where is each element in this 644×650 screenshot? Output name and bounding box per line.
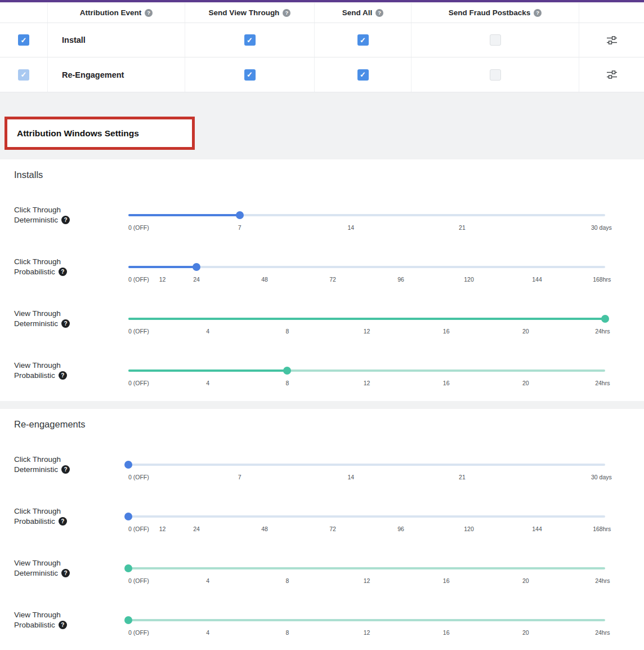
cell-send-all <box>314 23 411 57</box>
help-icon[interactable]: ? <box>61 569 70 577</box>
tick-label: 120 <box>464 276 474 283</box>
attribution-settings-page: Attribution Event ? Send View Through ? … <box>0 0 644 650</box>
slider-track[interactable] <box>128 315 605 323</box>
slider-handle[interactable] <box>283 367 291 375</box>
send-view-through-checkbox[interactable] <box>244 69 256 81</box>
slider-track[interactable] <box>128 211 605 219</box>
slider-ticks: 0 (OFF)1224487296120144168hrs <box>128 526 605 533</box>
cell-send-fraud-postbacks <box>411 57 579 92</box>
send-all-checkbox[interactable] <box>357 34 369 46</box>
tick-label: 8 <box>285 577 289 584</box>
help-icon[interactable]: ? <box>59 371 67 380</box>
send-all-checkbox[interactable] <box>357 69 369 81</box>
slider-handle[interactable] <box>124 564 132 572</box>
slider-track[interactable] <box>128 263 605 271</box>
slider-label-line1: Click Through <box>14 257 114 267</box>
tick-label: 48 <box>261 276 268 283</box>
tick-label: 16 <box>443 577 450 584</box>
slider-handle[interactable] <box>193 263 200 271</box>
tick-label: 8 <box>285 380 289 386</box>
slider-row: View Through Deterministic ? 0 (OFF)4812… <box>0 284 644 336</box>
tick-label: 7 <box>238 224 242 231</box>
cell-attribution-event: Re-Engagement <box>47 57 185 92</box>
tick-label: 4 <box>206 629 209 636</box>
slider-label: Click Through Probabilistic ? <box>14 506 114 533</box>
slider-ticks: 0 (OFF)1224487296120144168hrs <box>128 276 605 284</box>
cell-actions <box>579 23 644 57</box>
slider-label-line2: Deterministic <box>14 319 58 329</box>
slider-label-line1: View Through <box>14 558 114 568</box>
row-select-checkbox[interactable] <box>18 69 29 81</box>
tick-label: 24 <box>193 276 200 283</box>
slider-label: Click Through Probabilistic ? <box>14 257 114 284</box>
help-icon[interactable]: ? <box>534 9 542 17</box>
tick-label: 168hrs <box>593 526 611 532</box>
slider-label: View Through Deterministic ? <box>14 558 114 585</box>
col-header-send-view-through: Send View Through <box>209 8 280 17</box>
slider-handle[interactable] <box>236 211 244 219</box>
help-icon[interactable]: ? <box>61 216 70 224</box>
help-icon[interactable]: ? <box>59 517 67 526</box>
slider-ticks: 0 (OFF)4812162024hrs <box>128 629 605 637</box>
tick-label: 72 <box>329 526 336 532</box>
slider-track[interactable] <box>128 564 605 572</box>
tick-label: 12 <box>159 526 166 532</box>
slider-row: Click Through Probabilistic ? 0 (OFF)122… <box>0 482 644 533</box>
help-icon[interactable]: ? <box>59 621 67 629</box>
send-view-through-checkbox[interactable] <box>244 34 256 46</box>
postback-settings-icon[interactable] <box>606 35 618 45</box>
help-icon[interactable]: ? <box>61 465 70 474</box>
slider-handle[interactable] <box>124 616 132 624</box>
table-body: Install Re-Engagement <box>0 23 644 92</box>
slider-label-line1: Click Through <box>14 205 114 215</box>
tick-label: 12 <box>364 629 370 636</box>
col-header-attribution-event: Attribution Event <box>80 8 142 17</box>
slider-label: Click Through Deterministic ? <box>14 205 114 232</box>
cell-send-all <box>314 57 411 92</box>
section-title: Installs <box>14 170 644 180</box>
slider-label-line2: Deterministic <box>14 465 58 475</box>
tick-label: 0 (OFF) <box>128 474 149 480</box>
slider-ticks: 0 (OFF)7142130 days <box>128 224 605 232</box>
slider-track-fill <box>128 214 240 216</box>
header-cell-send-all: Send All ? <box>314 3 411 23</box>
slider-track[interactable] <box>128 461 605 469</box>
send-fraud-postbacks-checkbox[interactable] <box>490 34 501 46</box>
tick-label: 96 <box>397 276 404 283</box>
tick-label: 48 <box>261 526 268 532</box>
slider-area: 0 (OFF)7142130 days <box>128 455 605 482</box>
send-fraud-postbacks-checkbox[interactable] <box>490 69 501 81</box>
postback-settings-icon[interactable] <box>606 70 618 79</box>
tick-label: 21 <box>459 224 466 231</box>
tick-label: 4 <box>206 328 209 335</box>
section-title: Re-engagements <box>14 419 644 430</box>
tick-label: 24hrs <box>595 629 610 636</box>
slider-label-line1: Click Through <box>14 455 114 465</box>
slider-handle[interactable] <box>601 315 609 323</box>
slider-track-rest <box>128 567 605 569</box>
slider-track[interactable] <box>128 367 605 375</box>
slider-handle[interactable] <box>124 513 132 520</box>
help-icon[interactable]: ? <box>283 9 290 17</box>
slider-area: 0 (OFF)4812162024hrs <box>128 610 605 637</box>
help-icon[interactable]: ? <box>145 9 153 17</box>
help-icon[interactable]: ? <box>61 319 70 328</box>
row-select-checkbox[interactable] <box>18 34 29 46</box>
tick-label: 12 <box>364 577 370 584</box>
slider-track[interactable] <box>128 616 605 624</box>
tick-label: 0 (OFF) <box>128 380 149 386</box>
slider-handle[interactable] <box>124 461 132 469</box>
slider-label-line2: Deterministic <box>14 215 58 225</box>
slider-track[interactable] <box>128 513 605 520</box>
tick-label: 20 <box>522 577 529 584</box>
table-row: Re-Engagement <box>0 57 644 92</box>
help-icon[interactable]: ? <box>375 9 383 17</box>
slider-list: Click Through Deterministic ? 0 (OFF)714… <box>0 180 644 388</box>
slider-area: 0 (OFF)1224487296120144168hrs <box>128 257 605 284</box>
slider-label-line2: Deterministic <box>14 568 58 578</box>
cell-send-view-through <box>185 23 314 57</box>
help-icon[interactable]: ? <box>59 268 67 276</box>
tick-label: 0 (OFF) <box>128 328 149 335</box>
slider-ticks: 0 (OFF)7142130 days <box>128 474 605 482</box>
tick-label: 24hrs <box>595 577 610 584</box>
